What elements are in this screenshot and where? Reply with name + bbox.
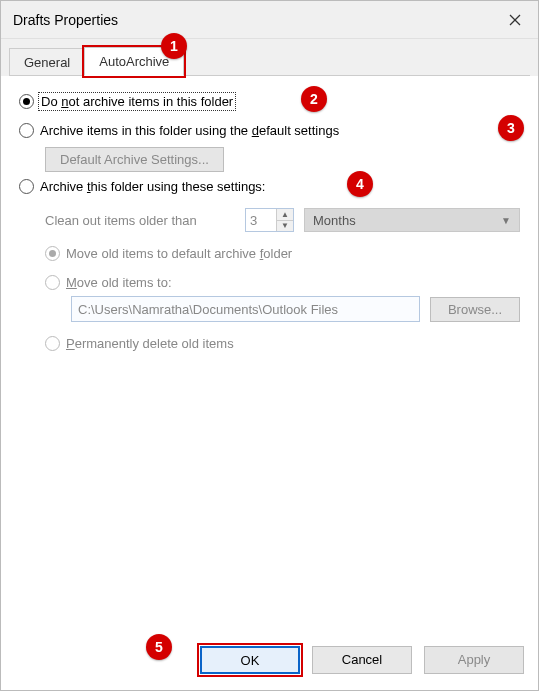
permanently-delete-label: Permanently delete old items — [66, 336, 234, 351]
annotation-1: 1 — [161, 33, 187, 59]
unit-select[interactable]: Months ▼ — [304, 208, 520, 232]
titlebar: Drafts Properties — [1, 1, 538, 39]
annotation-5: 5 — [146, 634, 172, 660]
tab-general[interactable]: General — [9, 48, 85, 76]
radio-icon — [19, 94, 34, 109]
annotation-2: 2 — [301, 86, 327, 112]
clean-out-row: Clean out items older than ▲ ▼ Months ▼ — [45, 208, 520, 232]
dialog-buttons: 5 OK Cancel Apply — [1, 634, 538, 690]
chevron-up-icon[interactable]: ▲ — [277, 209, 293, 221]
chevron-down-icon[interactable]: ▼ — [277, 221, 293, 232]
radio-icon — [45, 246, 60, 261]
option-no-archive-label: Do not archive items in this folder — [40, 94, 234, 109]
close-icon — [509, 14, 521, 26]
default-archive-settings-button: Default Archive Settings... — [45, 147, 224, 172]
move-default-label: Move old items to default archive folder — [66, 246, 292, 261]
clean-out-label: Clean out items older than — [45, 213, 235, 228]
tab-panel-autoarchive: Do not archive items in this folder 2 Ar… — [9, 75, 530, 633]
age-spinner[interactable]: ▲ ▼ — [245, 208, 294, 232]
tabs: General AutoArchive 1 — [1, 39, 538, 76]
cancel-button[interactable]: Cancel — [312, 646, 412, 674]
archive-path-input[interactable]: C:\Users\Namratha\Documents\Outlook File… — [71, 296, 420, 322]
option-custom-settings[interactable]: Archive this folder using these settings… — [19, 179, 520, 194]
option-default-settings[interactable]: Archive items in this folder using the d… — [19, 123, 520, 138]
option-custom-label: Archive this folder using these settings… — [40, 179, 265, 194]
move-to-label: Move old items to: — [66, 275, 172, 290]
radio-icon — [19, 123, 34, 138]
annotation-4: 4 — [347, 171, 373, 197]
chevron-down-icon: ▼ — [501, 215, 511, 226]
path-row: C:\Users\Namratha\Documents\Outlook File… — [71, 296, 520, 322]
radio-icon — [45, 275, 60, 290]
unit-label: Months — [313, 213, 356, 228]
annotation-3: 3 — [498, 115, 524, 141]
radio-icon — [19, 179, 34, 194]
browse-button: Browse... — [430, 297, 520, 322]
option-permanently-delete: Permanently delete old items — [45, 336, 520, 351]
option-no-archive[interactable]: Do not archive items in this folder 2 — [19, 94, 520, 109]
age-input[interactable] — [246, 209, 276, 231]
option-move-default: Move old items to default archive folder — [45, 246, 520, 261]
ok-button[interactable]: OK — [200, 646, 300, 674]
apply-button: Apply — [424, 646, 524, 674]
close-button[interactable] — [492, 1, 538, 39]
option-default-label: Archive items in this folder using the d… — [40, 123, 339, 138]
radio-icon — [45, 336, 60, 351]
window-title: Drafts Properties — [13, 12, 118, 28]
dialog-window: Drafts Properties General AutoArchive 1 … — [0, 0, 539, 691]
option-move-to: Move old items to: — [45, 275, 520, 290]
